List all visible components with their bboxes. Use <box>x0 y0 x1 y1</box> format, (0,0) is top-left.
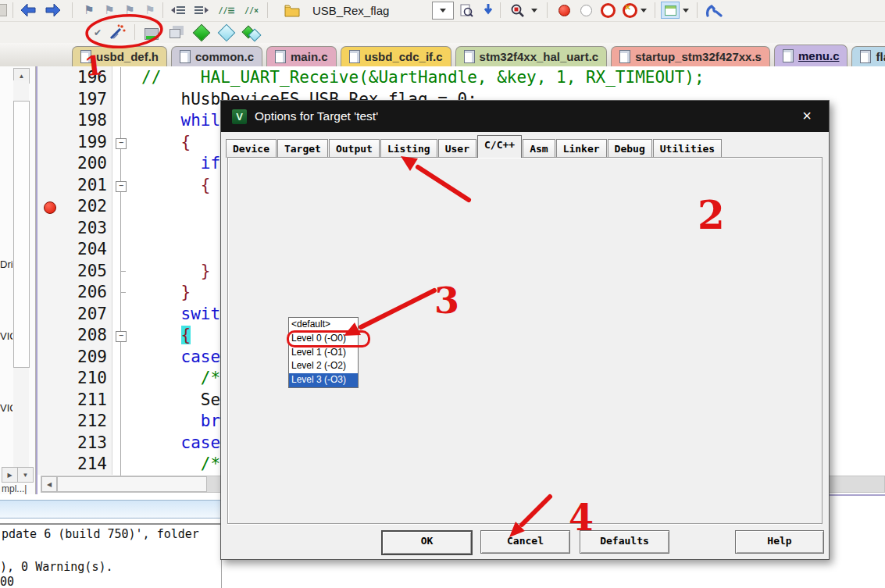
prev-bookmark-icon[interactable]: ⚑ <box>100 2 119 19</box>
toolbar-separator <box>267 2 268 18</box>
windows-dropdown-icon[interactable] <box>681 2 691 19</box>
file-tab[interactable]: flash_if.c <box>851 46 885 66</box>
dialog-tab-c-c-[interactable]: C/C++ <box>477 135 522 158</box>
rebuild-all-icon[interactable] <box>242 24 261 41</box>
copy-windows-icon[interactable] <box>166 25 184 42</box>
clipped-icon <box>0 2 11 19</box>
file-tab[interactable]: main.c <box>266 46 337 66</box>
toolbar-separator <box>697 2 698 18</box>
code-text: switc <box>141 304 230 326</box>
incremental-find-icon[interactable] <box>479 2 498 19</box>
fold-margin <box>112 390 141 412</box>
dialog-tab-device[interactable]: Device <box>226 139 277 158</box>
find-dropdown-icon[interactable] <box>530 2 539 19</box>
defaults-button[interactable]: Defaults <box>580 530 669 554</box>
tree-item-fragment: VIC <box>0 402 12 414</box>
fold-collapse-icon[interactable]: − <box>116 138 127 149</box>
next-bookmark-icon[interactable]: ⚑ <box>120 2 139 19</box>
load-application-icon[interactable] <box>142 25 161 42</box>
file-tab[interactable]: usbd_def.h <box>72 46 167 66</box>
clear-bookmarks-icon[interactable]: ⚑ <box>141 2 159 19</box>
optimization-option[interactable]: Level 2 (-O2) <box>289 359 358 373</box>
find-in-files-folder-icon[interactable] <box>283 2 302 19</box>
configure-tools-wrench-icon[interactable] <box>705 2 723 19</box>
file-tab-label: startup_stm32f427xx.s <box>635 50 762 63</box>
options-for-target-wand-icon[interactable] <box>108 23 127 41</box>
build-target-icon[interactable] <box>217 24 236 41</box>
breakpoint-dot[interactable] <box>44 201 56 214</box>
check-syntax-icon[interactable]: ✔ <box>88 24 107 41</box>
optimization-option[interactable]: <default> <box>289 318 358 332</box>
optimization-option[interactable]: Level 0 (-O0) <box>289 332 358 346</box>
code-text: Se <box>141 390 220 412</box>
build-output-line: pdate 6 (build 750)', folder <box>2 527 199 541</box>
code-text: if <box>141 153 220 175</box>
dialog-tab-utilities[interactable]: Utilities <box>653 139 722 158</box>
document-icon <box>275 50 286 63</box>
dialog-tab-user[interactable]: User <box>438 139 476 158</box>
file-tab[interactable]: startup_stm32f427xx.s <box>611 46 770 66</box>
dialog-tab-asm[interactable]: Asm <box>523 139 555 158</box>
scroll-left-icon[interactable]: ◀ <box>41 476 57 492</box>
help-button[interactable]: Help <box>735 530 824 554</box>
navigate-forward-icon[interactable] <box>44 2 62 19</box>
unindent-icon[interactable] <box>169 2 187 19</box>
line-number: 207 <box>37 304 112 326</box>
fold-margin: − <box>112 132 141 154</box>
disable-all-breakpoints-icon[interactable] <box>598 2 617 19</box>
dialog-tab-listing[interactable]: Listing <box>380 139 437 158</box>
search-combo-dropdown[interactable] <box>432 2 454 20</box>
navigate-back-icon[interactable] <box>19 2 37 19</box>
fold-margin <box>112 433 141 454</box>
code-text: { <box>141 132 191 154</box>
scroll-down-icon[interactable]: ▼ <box>17 467 34 483</box>
file-tab[interactable]: stm32f4xx_hal_uart.c <box>455 46 608 66</box>
cancel-button[interactable]: Cancel <box>480 530 570 554</box>
optimization-option[interactable]: Level 3 (-O3) <box>289 373 358 387</box>
find-in-files-icon[interactable] <box>457 2 476 19</box>
toggle-bookmark-icon[interactable]: ⚑ <box>80 2 98 19</box>
dialog-tab-linker[interactable]: Linker <box>556 139 607 158</box>
windows-layout-icon[interactable] <box>661 2 680 19</box>
fold-margin <box>112 368 141 390</box>
editor-hscroll-thumb[interactable] <box>57 476 207 492</box>
dialog-tab-debug[interactable]: Debug <box>608 139 652 158</box>
optimization-option[interactable]: Level 1 (-O1) <box>289 346 358 360</box>
build-output-line: 00 <box>0 575 14 588</box>
dialog-close-icon[interactable]: × <box>798 107 816 124</box>
file-tab-label: usbd_def.h <box>96 50 159 63</box>
line-number: 208 <box>37 325 112 347</box>
comment-selection-icon[interactable]: //☰ <box>217 2 236 19</box>
dialog-tab-target[interactable]: Target <box>277 139 328 158</box>
file-tab-label: common.c <box>195 50 254 63</box>
scroll-right-icon[interactable]: ▶ <box>2 467 18 483</box>
project-scrollbar-thumb[interactable] <box>13 101 30 368</box>
uncomment-selection-icon[interactable]: //× <box>242 2 261 19</box>
find-icon[interactable] <box>508 2 526 19</box>
file-tab[interactable]: menu.c <box>774 45 848 66</box>
file-tab-label: usbd_cdc_if.c <box>365 50 443 63</box>
translate-file-icon[interactable] <box>192 24 211 41</box>
file-tab[interactable]: common.c <box>171 46 262 66</box>
breakpoints-dropdown-icon[interactable] <box>639 2 648 19</box>
dialog-tab-output[interactable]: Output <box>329 139 380 158</box>
indent-icon[interactable] <box>192 2 211 19</box>
insert-breakpoint-icon[interactable] <box>555 2 573 19</box>
search-term-label[interactable]: USB_Rex_flag <box>312 4 389 17</box>
kill-all-breakpoints-icon[interactable] <box>620 2 639 19</box>
toolbar-separator <box>12 2 13 18</box>
line-number: 200 <box>37 153 112 175</box>
fold-collapse-icon[interactable]: − <box>116 181 127 192</box>
optimization-dropdown-list[interactable]: <default>Level 0 (-O0)Level 1 (-O1)Level… <box>288 317 359 388</box>
dialog-title-bar[interactable]: V Options for Target 'test' × <box>221 101 829 132</box>
panel-tab-fragment[interactable]: mpl...| <box>2 483 27 494</box>
fold-margin: − <box>112 325 141 347</box>
enable-breakpoint-icon[interactable] <box>576 2 595 19</box>
line-number: 210 <box>37 368 112 390</box>
file-tab[interactable]: usbd_cdc_if.c <box>341 46 451 66</box>
code-text: /* <box>141 454 220 476</box>
ok-button[interactable]: OK <box>381 530 473 555</box>
fold-collapse-icon[interactable]: − <box>116 331 127 342</box>
toolbar-separator <box>72 2 73 18</box>
dialog-tab-strip: DeviceTargetOutputListingUserC/C++AsmLin… <box>226 136 723 158</box>
